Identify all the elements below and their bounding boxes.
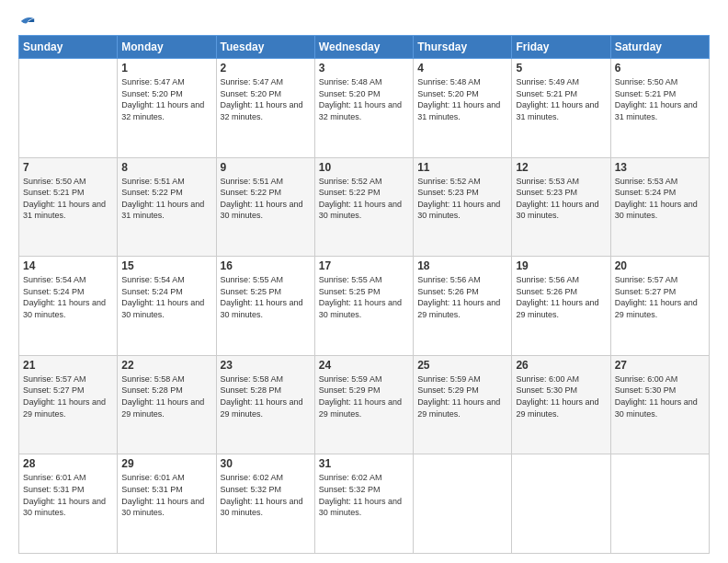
calendar-cell: 21Sunrise: 5:57 AM Sunset: 5:27 PM Dayli… <box>19 355 118 454</box>
cell-day-number: 26 <box>516 359 606 372</box>
calendar-cell: 11Sunrise: 5:52 AM Sunset: 5:23 PM Dayli… <box>414 157 512 257</box>
cell-day-number: 31 <box>319 457 409 470</box>
calendar-cell <box>19 59 118 158</box>
cell-day-number: 19 <box>516 259 606 272</box>
calendar-cell: 17Sunrise: 5:55 AM Sunset: 5:25 PM Dayli… <box>314 257 413 356</box>
cell-day-number: 22 <box>121 359 211 372</box>
cell-info: Sunrise: 5:53 AM Sunset: 5:24 PM Dayligh… <box>615 176 705 222</box>
cell-info: Sunrise: 5:58 AM Sunset: 5:28 PM Dayligh… <box>221 373 311 419</box>
calendar-cell: 1Sunrise: 5:47 AM Sunset: 5:20 PM Daylig… <box>118 59 216 158</box>
calendar-table: SundayMondayTuesdayWednesdayThursdayFrid… <box>18 35 710 554</box>
calendar-cell: 22Sunrise: 5:58 AM Sunset: 5:28 PM Dayli… <box>118 355 216 454</box>
calendar-week-row: 28Sunrise: 6:01 AM Sunset: 5:31 PM Dayli… <box>19 454 710 554</box>
cell-day-number: 21 <box>23 359 113 372</box>
calendar-week-row: 7Sunrise: 5:50 AM Sunset: 5:21 PM Daylig… <box>19 157 710 257</box>
cell-day-number: 23 <box>221 359 311 372</box>
cell-info: Sunrise: 5:48 AM Sunset: 5:20 PM Dayligh… <box>319 76 409 122</box>
calendar-cell <box>414 454 512 554</box>
page: SundayMondayTuesdayWednesdayThursdayFrid… <box>0 0 728 563</box>
calendar-cell: 18Sunrise: 5:56 AM Sunset: 5:26 PM Dayli… <box>414 257 512 356</box>
calendar-cell: 31Sunrise: 6:02 AM Sunset: 5:32 PM Dayli… <box>314 454 413 554</box>
cell-day-number: 14 <box>23 259 113 272</box>
calendar-week-row: 21Sunrise: 5:57 AM Sunset: 5:27 PM Dayli… <box>19 355 710 454</box>
cell-info: Sunrise: 6:02 AM Sunset: 5:32 PM Dayligh… <box>221 472 311 518</box>
cell-info: Sunrise: 5:55 AM Sunset: 5:25 PM Dayligh… <box>319 274 409 320</box>
cell-info: Sunrise: 5:54 AM Sunset: 5:24 PM Dayligh… <box>121 274 211 320</box>
calendar-cell: 14Sunrise: 5:54 AM Sunset: 5:24 PM Dayli… <box>19 257 118 356</box>
calendar-cell: 27Sunrise: 6:00 AM Sunset: 5:30 PM Dayli… <box>610 355 709 454</box>
calendar-cell: 13Sunrise: 5:53 AM Sunset: 5:24 PM Dayli… <box>610 157 709 257</box>
calendar-header-saturday: Saturday <box>610 36 709 59</box>
cell-day-number: 13 <box>615 161 705 174</box>
calendar-cell: 2Sunrise: 5:47 AM Sunset: 5:20 PM Daylig… <box>216 59 314 158</box>
calendar-cell: 25Sunrise: 5:59 AM Sunset: 5:29 PM Dayli… <box>414 355 512 454</box>
cell-info: Sunrise: 5:55 AM Sunset: 5:25 PM Dayligh… <box>221 274 311 320</box>
cell-day-number: 2 <box>221 62 311 75</box>
calendar-cell: 7Sunrise: 5:50 AM Sunset: 5:21 PM Daylig… <box>19 157 118 257</box>
cell-day-number: 15 <box>121 259 211 272</box>
cell-info: Sunrise: 5:48 AM Sunset: 5:20 PM Dayligh… <box>417 76 507 122</box>
calendar-cell: 26Sunrise: 6:00 AM Sunset: 5:30 PM Dayli… <box>512 355 610 454</box>
cell-info: Sunrise: 5:59 AM Sunset: 5:29 PM Dayligh… <box>319 373 409 419</box>
cell-info: Sunrise: 5:47 AM Sunset: 5:20 PM Dayligh… <box>221 76 311 122</box>
cell-info: Sunrise: 5:54 AM Sunset: 5:24 PM Dayligh… <box>23 274 113 320</box>
calendar-header-monday: Monday <box>118 36 216 59</box>
cell-info: Sunrise: 5:57 AM Sunset: 5:27 PM Dayligh… <box>23 373 113 419</box>
cell-info: Sunrise: 5:50 AM Sunset: 5:21 PM Dayligh… <box>615 76 705 122</box>
calendar-header-thursday: Thursday <box>414 36 512 59</box>
cell-day-number: 10 <box>319 161 409 174</box>
calendar-week-row: 14Sunrise: 5:54 AM Sunset: 5:24 PM Dayli… <box>19 257 710 356</box>
cell-info: Sunrise: 5:56 AM Sunset: 5:26 PM Dayligh… <box>417 274 507 320</box>
calendar-cell: 10Sunrise: 5:52 AM Sunset: 5:22 PM Dayli… <box>314 157 413 257</box>
cell-day-number: 11 <box>417 161 507 174</box>
calendar-cell: 19Sunrise: 5:56 AM Sunset: 5:26 PM Dayli… <box>512 257 610 356</box>
calendar-cell: 23Sunrise: 5:58 AM Sunset: 5:28 PM Dayli… <box>216 355 314 454</box>
cell-info: Sunrise: 5:57 AM Sunset: 5:27 PM Dayligh… <box>615 274 705 320</box>
cell-info: Sunrise: 5:56 AM Sunset: 5:26 PM Dayligh… <box>516 274 606 320</box>
header <box>18 15 710 28</box>
cell-day-number: 29 <box>121 457 211 470</box>
cell-info: Sunrise: 5:58 AM Sunset: 5:28 PM Dayligh… <box>121 373 211 419</box>
calendar-cell: 28Sunrise: 6:01 AM Sunset: 5:31 PM Dayli… <box>19 454 118 554</box>
cell-info: Sunrise: 5:59 AM Sunset: 5:29 PM Dayligh… <box>417 373 507 419</box>
cell-info: Sunrise: 6:00 AM Sunset: 5:30 PM Dayligh… <box>516 373 606 419</box>
cell-day-number: 6 <box>615 62 705 75</box>
calendar-cell: 9Sunrise: 5:51 AM Sunset: 5:22 PM Daylig… <box>216 157 314 257</box>
calendar-cell: 4Sunrise: 5:48 AM Sunset: 5:20 PM Daylig… <box>414 59 512 158</box>
logo-text <box>18 15 36 28</box>
cell-info: Sunrise: 6:01 AM Sunset: 5:31 PM Dayligh… <box>23 472 113 518</box>
calendar-cell <box>512 454 610 554</box>
calendar-header-friday: Friday <box>512 36 610 59</box>
logo <box>18 15 36 28</box>
cell-day-number: 12 <box>516 161 606 174</box>
calendar-week-row: 1Sunrise: 5:47 AM Sunset: 5:20 PM Daylig… <box>19 59 710 158</box>
calendar-cell: 15Sunrise: 5:54 AM Sunset: 5:24 PM Dayli… <box>118 257 216 356</box>
cell-day-number: 1 <box>121 62 211 75</box>
calendar-header-wednesday: Wednesday <box>314 36 413 59</box>
cell-day-number: 17 <box>319 259 409 272</box>
calendar-cell: 12Sunrise: 5:53 AM Sunset: 5:23 PM Dayli… <box>512 157 610 257</box>
cell-info: Sunrise: 5:51 AM Sunset: 5:22 PM Dayligh… <box>221 176 311 222</box>
cell-info: Sunrise: 5:52 AM Sunset: 5:23 PM Dayligh… <box>417 176 507 222</box>
cell-day-number: 30 <box>221 457 311 470</box>
cell-day-number: 25 <box>417 359 507 372</box>
cell-day-number: 18 <box>417 259 507 272</box>
cell-info: Sunrise: 5:49 AM Sunset: 5:21 PM Dayligh… <box>516 76 606 122</box>
cell-info: Sunrise: 6:02 AM Sunset: 5:32 PM Dayligh… <box>319 472 409 518</box>
cell-day-number: 16 <box>221 259 311 272</box>
calendar-cell <box>610 454 709 554</box>
cell-day-number: 8 <box>121 161 211 174</box>
calendar-cell: 3Sunrise: 5:48 AM Sunset: 5:20 PM Daylig… <box>314 59 413 158</box>
calendar-header-sunday: Sunday <box>19 36 118 59</box>
cell-day-number: 9 <box>221 161 311 174</box>
calendar-cell: 8Sunrise: 5:51 AM Sunset: 5:22 PM Daylig… <box>118 157 216 257</box>
cell-day-number: 27 <box>615 359 705 372</box>
calendar-cell: 24Sunrise: 5:59 AM Sunset: 5:29 PM Dayli… <box>314 355 413 454</box>
cell-day-number: 4 <box>417 62 507 75</box>
cell-info: Sunrise: 5:51 AM Sunset: 5:22 PM Dayligh… <box>121 176 211 222</box>
cell-info: Sunrise: 5:52 AM Sunset: 5:22 PM Dayligh… <box>319 176 409 222</box>
cell-info: Sunrise: 5:53 AM Sunset: 5:23 PM Dayligh… <box>516 176 606 222</box>
logo-icon <box>19 15 36 28</box>
calendar-header-tuesday: Tuesday <box>216 36 314 59</box>
cell-info: Sunrise: 6:01 AM Sunset: 5:31 PM Dayligh… <box>121 472 211 518</box>
